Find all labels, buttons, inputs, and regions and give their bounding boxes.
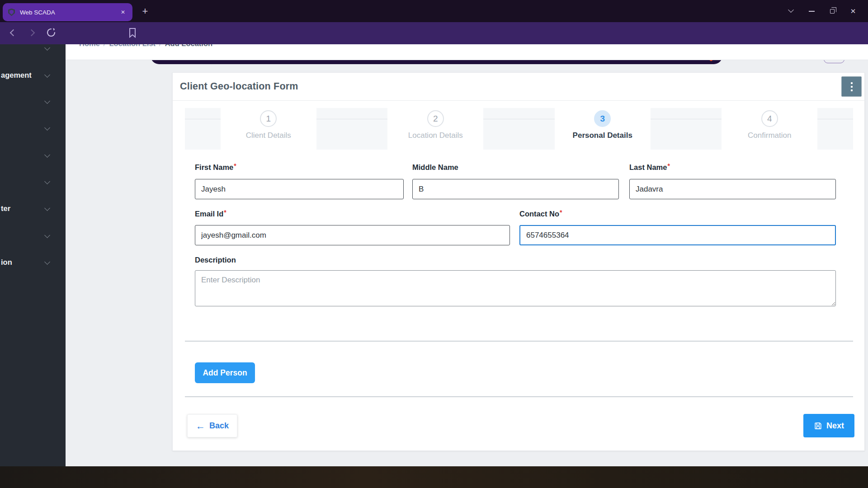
step-label: Location Details [408,131,463,140]
first-name-label: First Name* [195,163,236,172]
sidebar-item-management[interactable]: agement [0,70,66,82]
back-button[interactable]: ← Back [187,414,237,437]
tab-favicon-shield-icon [8,9,15,16]
browser-tab[interactable]: Web SCADA ✕ [3,3,132,21]
save-icon [814,422,822,430]
chevron-down-icon [44,205,50,211]
breadcrumb-strip: Home/Location List/Add Location [66,44,868,60]
email-input[interactable] [195,225,510,245]
back-arrow-icon: ← [196,421,205,431]
back-icon[interactable] [10,29,17,37]
section-divider [185,341,853,342]
step-circle: 2 [427,110,444,127]
chevron-down-icon [44,45,50,51]
browser-toolbar: i localhost:3000/client-location-list/ad… [0,22,868,44]
breadcrumb-home-link[interactable]: Home [79,44,100,47]
chevron-down-icon [44,259,50,265]
sidebar-item[interactable] [0,150,66,162]
last-name-input[interactable] [629,179,836,199]
browser-tabbar: Web SCADA ✕ + ✕ [0,0,868,22]
chevron-down-icon [44,232,50,238]
breadcrumb-current: Add Location [165,44,212,47]
add-person-button[interactable]: Add Person [195,362,255,383]
chevron-down-icon [44,98,50,104]
footer-divider [185,396,853,397]
step-circle: 1 [260,110,277,127]
window-minimize-button[interactable] [801,0,822,22]
step-label: Personal Details [573,131,632,140]
step-circle: 3 [594,110,611,127]
app-sidebar: agement ter ion [0,44,66,466]
card-kebab-menu-button[interactable] [841,76,862,97]
tab-close-icon[interactable]: ✕ [119,8,127,16]
step-circle: 4 [761,110,778,127]
step-confirmation[interactable]: 4 Confirmation [686,108,854,150]
breadcrumb: Home/Location List/Add Location [79,44,212,48]
window-menu-chevron-icon[interactable] [780,0,801,22]
step-personal-details-active[interactable]: 3 Personal Details [519,108,686,150]
sidebar-item[interactable] [0,230,66,242]
contact-label: Contact No* [519,210,562,218]
sidebar-item-location[interactable]: ion [0,257,66,269]
sidebar-item[interactable] [0,44,66,55]
sidebar-item-master[interactable]: ter [0,203,66,215]
chevron-down-icon [44,178,50,184]
header-divider [173,100,865,101]
client-geolocation-card: Client Geo-location Form 1 Client Detail… [172,72,865,451]
new-tab-button[interactable]: + [138,5,152,19]
forward-icon[interactable] [28,29,35,37]
chevron-down-icon [44,72,50,78]
bookmark-icon[interactable] [128,28,137,38]
breadcrumb-location-list-link[interactable]: Location List [109,44,156,47]
form-stepper: 1 Client Details 2 Location Details 3 Pe… [185,108,853,150]
description-label: Description [195,256,236,264]
screen: Web SCADA ✕ + ✕ i localhost:3000/client-… [0,0,868,488]
description-textarea[interactable] [195,270,836,306]
window-close-button[interactable]: ✕ [843,0,863,22]
middle-name-input[interactable] [412,179,619,199]
chevron-down-icon [44,152,50,158]
sidebar-item[interactable] [0,123,66,135]
step-location-details[interactable]: 2 Location Details [352,108,519,150]
contact-input[interactable] [519,225,836,245]
step-label: Client Details [246,131,291,140]
middle-name-label: Middle Name [412,163,458,172]
window-restore-button[interactable] [822,0,843,22]
next-button[interactable]: Next [803,414,854,437]
tab-title: Web SCADA [20,9,119,16]
email-label: Email Id* [195,210,226,218]
refresh-icon[interactable] [46,28,56,38]
taskbar: 1 38°C Sunny Search [0,466,868,488]
chevron-down-icon [44,125,50,131]
step-client-details[interactable]: 1 Client Details [185,108,352,150]
last-name-label: Last Name* [629,163,670,172]
step-label: Confirmation [748,131,791,140]
form-title: Client Geo-location Form [180,81,298,92]
sidebar-item[interactable] [0,96,66,108]
first-name-input[interactable] [195,179,404,199]
sidebar-item[interactable] [0,177,66,188]
